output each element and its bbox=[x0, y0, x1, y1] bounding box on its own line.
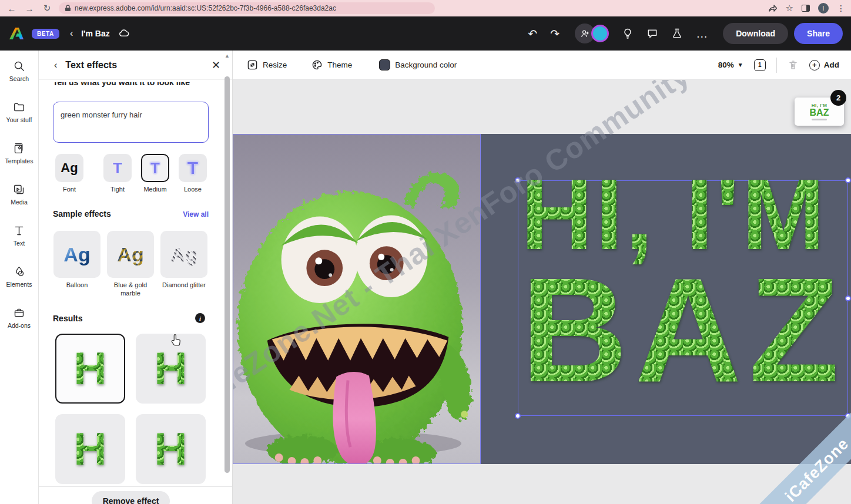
panel-header: ‹ Text effects ✕ bbox=[39, 51, 232, 80]
theme-palette-icon bbox=[311, 59, 323, 70]
selection-handle-right-mid[interactable] bbox=[845, 295, 851, 301]
result-thumbnail-1[interactable]: H bbox=[55, 334, 125, 404]
send-share-icon[interactable] bbox=[768, 4, 778, 12]
canvas-toolbar: Resize Theme Background color 80% ▼ 1 bbox=[233, 51, 851, 80]
comment-icon[interactable] bbox=[646, 28, 658, 39]
browser-back-icon[interactable]: ← bbox=[6, 4, 18, 14]
sidebar-item-templates[interactable]: Templates bbox=[0, 142, 38, 183]
download-button[interactable]: Download bbox=[723, 23, 788, 44]
sample-effect-marble[interactable]: Ag bbox=[107, 231, 154, 278]
side-panel-icon[interactable] bbox=[802, 5, 810, 12]
share-button[interactable]: Share bbox=[794, 23, 843, 44]
view-all-link[interactable]: View all bbox=[183, 210, 209, 219]
scroll-up-arrow[interactable]: ▲ bbox=[225, 53, 230, 59]
user-avatar[interactable] bbox=[591, 25, 609, 42]
more-options-icon[interactable]: … bbox=[696, 27, 709, 41]
sidebar-item-search[interactable]: Search bbox=[0, 60, 38, 101]
panel-back-icon[interactable]: ‹ bbox=[54, 60, 57, 70]
medium-option-button[interactable]: T bbox=[141, 154, 169, 182]
resize-button[interactable]: Resize bbox=[247, 59, 287, 70]
sidebar-item-your-stuff[interactable]: Your stuff bbox=[0, 101, 38, 142]
plus-icon: + bbox=[809, 60, 820, 70]
folder-icon bbox=[13, 101, 25, 113]
theme-button[interactable]: Theme bbox=[311, 59, 352, 70]
headline-line-2[interactable]: BAZ bbox=[521, 256, 846, 404]
sidebar-item-elements[interactable]: Elements bbox=[0, 266, 38, 307]
text-effects-panel: ‹ Text effects ✕ Tell us what you want i… bbox=[39, 51, 233, 504]
add-ons-icon bbox=[13, 307, 25, 319]
browser-profile-avatar[interactable]: I bbox=[818, 3, 829, 14]
zoom-level: 80% bbox=[718, 61, 734, 69]
sample-effect-balloon[interactable]: Ag bbox=[53, 231, 100, 278]
sidebar-item-media[interactable]: Media bbox=[0, 183, 38, 224]
chevron-down-icon: ▼ bbox=[738, 62, 743, 68]
pages-button[interactable]: 1 bbox=[754, 59, 766, 71]
beta-badge: BETA bbox=[32, 29, 59, 39]
panel-scrollbar[interactable]: ▲ bbox=[224, 53, 231, 488]
browser-forward-icon[interactable]: → bbox=[24, 4, 35, 14]
beaker-icon[interactable] bbox=[671, 28, 683, 39]
app-header: BETA ‹ I'm Baz ↶ ↷ … Download Share bbox=[0, 16, 851, 51]
panel-close-icon[interactable]: ✕ bbox=[212, 59, 220, 72]
browser-toolbar: ← → ↻ new.express.adobe.com/id/urn:aaid:… bbox=[0, 0, 851, 16]
prompt-label: Tell us what you want it to look like bbox=[53, 82, 206, 89]
page-count-badge: 2 bbox=[830, 90, 846, 106]
address-bar[interactable]: new.express.adobe.com/id/urn:aaid:sc:US:… bbox=[59, 2, 435, 14]
monster-illustration bbox=[233, 135, 480, 463]
delete-page-button[interactable] bbox=[788, 59, 799, 70]
collaborators[interactable] bbox=[575, 23, 609, 43]
remove-effect-button[interactable]: Remove effect bbox=[92, 491, 170, 504]
sample-effect-glitter[interactable]: Ag bbox=[160, 231, 207, 278]
effect-prompt-input[interactable]: green monster furry hair bbox=[53, 102, 209, 143]
browser-reload-icon[interactable]: ↻ bbox=[41, 3, 53, 14]
back-chevron-icon[interactable]: ‹ bbox=[70, 28, 73, 39]
monster-image[interactable] bbox=[233, 134, 481, 464]
adobe-express-logo[interactable] bbox=[9, 26, 25, 41]
toolbar-divider bbox=[776, 58, 777, 73]
result-thumbnail-2[interactable]: H bbox=[136, 334, 206, 404]
undo-icon[interactable]: ↶ bbox=[528, 27, 537, 41]
main-layout: Search Your stuff Templates Media Text E… bbox=[0, 51, 851, 504]
resize-icon bbox=[247, 59, 258, 70]
loose-option-button[interactable]: T bbox=[179, 154, 207, 182]
sidebar: Search Your stuff Templates Media Text E… bbox=[0, 51, 39, 504]
text-icon bbox=[13, 224, 25, 237]
selection-handle-bottom-left[interactable] bbox=[515, 413, 521, 419]
result-thumbnail-4[interactable]: H bbox=[136, 414, 206, 484]
url-text: new.express.adobe.com/id/urn:aaid:sc:US:… bbox=[75, 4, 336, 12]
sidebar-item-text[interactable]: Text bbox=[0, 224, 38, 266]
bookmark-star-icon[interactable]: ☆ bbox=[786, 3, 793, 14]
background-color-button[interactable]: Background color bbox=[379, 59, 457, 70]
sample-effects-heading: Sample effects bbox=[53, 209, 111, 219]
browser-menu-icon[interactable]: ⋮ bbox=[837, 4, 845, 13]
search-icon bbox=[13, 60, 25, 72]
background-color-swatch bbox=[379, 59, 390, 70]
canvas-area: Resize Theme Background color 80% ▼ 1 bbox=[233, 51, 851, 504]
panel-footer: Remove effect bbox=[39, 486, 232, 504]
selection-handle-top-right[interactable] bbox=[845, 177, 851, 183]
trash-icon bbox=[788, 59, 799, 70]
media-icon bbox=[13, 183, 25, 196]
redo-icon[interactable]: ↷ bbox=[550, 27, 559, 41]
selection-handle-top-left[interactable] bbox=[515, 177, 521, 183]
sidebar-item-add-ons[interactable]: Add-ons bbox=[0, 307, 38, 348]
thumbnail-fold bbox=[812, 119, 827, 120]
add-page-button[interactable]: + Add bbox=[809, 60, 839, 70]
effect-size-options: Ag Font T Tight T Medium T Loose bbox=[55, 154, 220, 195]
document-title[interactable]: I'm Baz bbox=[81, 29, 109, 38]
results-info-icon[interactable]: i bbox=[195, 313, 205, 323]
tight-option-button[interactable]: T bbox=[103, 154, 132, 182]
zoom-control[interactable]: 80% ▼ bbox=[718, 61, 743, 69]
scrollbar-thumb[interactable] bbox=[225, 76, 230, 473]
results-heading: Results bbox=[53, 314, 83, 323]
font-option-button[interactable]: Ag bbox=[55, 154, 83, 182]
templates-icon bbox=[13, 142, 25, 154]
elements-icon bbox=[13, 266, 25, 278]
result-thumbnail-3[interactable]: H bbox=[55, 414, 125, 484]
text-element-selection[interactable]: HI, I'M BAZ bbox=[518, 180, 848, 416]
lock-icon bbox=[65, 5, 71, 12]
lightbulb-icon[interactable] bbox=[622, 28, 634, 39]
cloud-sync-icon bbox=[118, 28, 130, 39]
panel-title: Text effects bbox=[65, 60, 117, 70]
workspace: HI, I'M BAZ iCafeZone.Net - Thai XenForo… bbox=[233, 80, 851, 504]
